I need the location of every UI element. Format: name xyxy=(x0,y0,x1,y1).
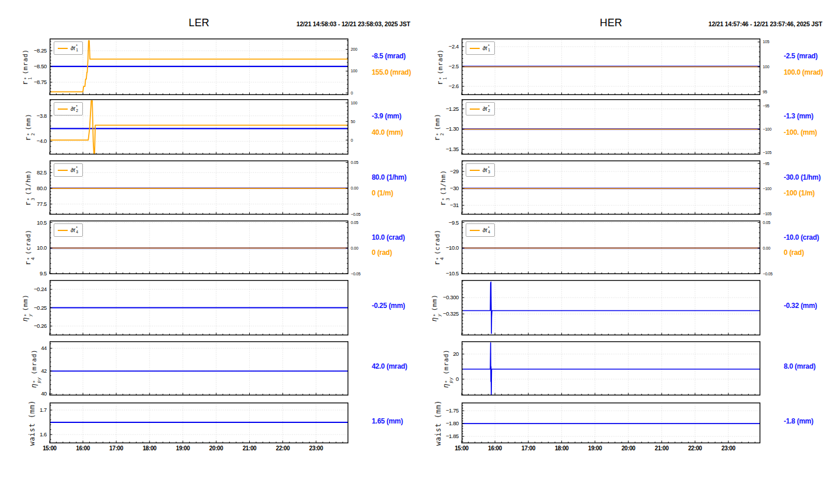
her-plot-r4-yaxis-label-script-sub: 4 xyxy=(440,257,444,260)
axis-ticks xyxy=(50,344,343,396)
ler-xaxis-tick-label: 16:00 xyxy=(70,445,96,452)
ler-xaxis-tick-label: 21:00 xyxy=(236,445,262,452)
ler-plot-r4-legend: ∂r*4 xyxy=(54,223,83,237)
ler-plot-r1-legend-label: ∂r*1 xyxy=(71,44,78,52)
ler-plot-eta-py-yaxis-label-base: η xyxy=(30,383,38,388)
ler-plot-r2-legend-label-base: ∂r xyxy=(71,106,75,112)
her-plot-r3-legend-label-script: *3 xyxy=(488,166,490,174)
her-plot-eta-py-value-readout-blue: 8.0 (mrad) xyxy=(784,362,815,370)
her-plot-r3-ytick-label: −30 xyxy=(432,185,459,192)
ler-plot-r1-legend-label-script: *1 xyxy=(76,44,78,52)
her-plot-r2-yaxis-label-script-sub: 2 xyxy=(440,132,444,135)
ler-plot-r2-value-readout-orange: 40.0 (mm) xyxy=(372,128,403,136)
ler-plot-r4-right-ytick-label: 0.00 xyxy=(351,246,358,251)
plot-border xyxy=(462,403,760,443)
ler-plot-r3-canvas xyxy=(50,160,348,215)
her-plot-r4-ytick-label: −9.5 xyxy=(432,219,459,226)
her-plot-r3-legend-label: ∂r*3 xyxy=(483,166,490,174)
axis-ticks xyxy=(50,405,343,443)
ler-plot-eta-py-ytick-label: 42 xyxy=(20,368,47,374)
ler-plot-r3-ytick-label: 77.5 xyxy=(20,201,47,208)
her-plot-r3-value-readout-orange: -100 (1/m) xyxy=(784,189,815,197)
her-plot-r2-legend-line-sample xyxy=(470,108,480,110)
ler-plot-r3-right-ytick-label: 0.00 xyxy=(351,186,358,191)
ler-plot-r4-ytick-label: 10.0 xyxy=(20,244,47,251)
ler-plot-r4-legend-label-script: *4 xyxy=(76,226,78,235)
her-plot-eta-py-canvas xyxy=(462,341,760,396)
her-plot-r4-value-readout-blue: -10.0 (crad) xyxy=(784,233,819,242)
gridlines xyxy=(462,99,760,155)
her-plot-waist-ytick-label: −1.85 xyxy=(432,433,459,440)
ler-plot-r2-value-readout-blue: -3.9 (mm) xyxy=(372,112,401,120)
ler-plot-r1-legend-label-script-sub: 1 xyxy=(76,48,78,52)
ler-plot-waist-value-readout-blue: 1.65 (mm) xyxy=(372,417,403,425)
ler-plot-r3-right-ytick-label: 0.05 xyxy=(351,160,358,165)
ler-plot-r1-right-ytick-label: 200 xyxy=(351,47,357,52)
her-plot-r2-ytick-label: −1.30 xyxy=(432,125,459,132)
ler-panel: LER 12/21 14:58:03 - 12/21 23:58:03, 202… xyxy=(0,0,412,504)
ler-plot-eta-y-ytick-label: −0.26 xyxy=(20,323,47,330)
her-plot-eta-y-ytick-label: −0.325 xyxy=(432,310,459,317)
ler-plot-r3-legend-label: ∂r*3 xyxy=(71,166,78,174)
ler-plot-r2-legend-line-sample xyxy=(58,108,68,110)
optics-monitor-figure: LER 12/21 14:58:03 - 12/21 23:58:03, 202… xyxy=(0,0,824,504)
ler-plot-r4-legend-label: ∂r*4 xyxy=(71,226,78,235)
her-xaxis-tick-label: 16:00 xyxy=(482,445,508,452)
ler-plot-r2-right-ytick-label: 0 xyxy=(351,138,353,143)
her-plot-eta-y-yaxis-label-base: η xyxy=(430,317,438,321)
ler-xaxis-tick-label: 15:00 xyxy=(37,445,62,452)
ler-plot-eta-y-ytick-label: −0.24 xyxy=(20,286,47,293)
ler-plot-r3-yaxis-label-script: *3 xyxy=(27,197,35,200)
her-plot-r4-legend-label-base: ∂r xyxy=(483,227,487,233)
ler-plot-waist-ytick-label: 1.6 xyxy=(20,431,47,438)
ler-plot-r2-right-ytick-label: 50 xyxy=(351,119,355,124)
ler-plot-r4-yaxis-label-base: r xyxy=(24,261,32,265)
her-plot-waist-ytick-label: −1.75 xyxy=(432,407,459,414)
ler-xaxis-tick-label: 23:00 xyxy=(303,445,329,452)
her-xaxis-tick-label: 21:00 xyxy=(649,445,675,452)
ler-plot-r3-legend-label-script: *3 xyxy=(76,166,78,174)
her-plot-r2-legend: ∂r*2 xyxy=(466,102,495,116)
ler-plot-r2-legend-label-script-sub: 2 xyxy=(76,109,78,113)
her-plot-r1-canvas xyxy=(462,38,760,95)
her-xaxis-tick-label: 20:00 xyxy=(616,445,641,452)
her-plot-r4-ytick-label: −10.0 xyxy=(432,244,459,251)
ler-plot-eta-py-yaxis-label-script: *py xyxy=(33,377,41,383)
gridlines xyxy=(462,220,760,274)
ler-plot-r3-legend-label-base: ∂r xyxy=(71,167,75,173)
her-timerange: 12/21 14:57:46 - 12/21 23:57:46, 2025 JS… xyxy=(708,20,822,27)
her-plot-r1-legend-label-script-sub: 1 xyxy=(488,48,490,52)
ler-plot-r3-legend-label-script-sub: 3 xyxy=(76,170,78,174)
her-plot-r1-legend-label-base: ∂r xyxy=(483,45,487,51)
ler-plot-r3-value-readout-blue: 80.0 (1/hm) xyxy=(372,173,406,181)
her-plot-waist-ytick-label: −1.80 xyxy=(432,420,459,427)
gridlines xyxy=(50,341,348,396)
plot-border xyxy=(462,281,760,335)
ler-plot-r3-legend-line-sample xyxy=(58,170,68,171)
her-plot-r3-legend-label-script-sub: 3 xyxy=(488,170,490,174)
plot-border xyxy=(50,221,348,274)
her-plot-eta-y-ytick-label: −0.300 xyxy=(432,294,459,301)
ler-plot-r2-ytick-label: −3.8 xyxy=(20,113,47,120)
ler-plot-r2-yaxis-label-script: *2 xyxy=(27,132,35,135)
her-plot-r4-right-ytick-label: 0.05 xyxy=(763,220,770,225)
her-plot-eta-py-yaxis-label-base: η xyxy=(442,383,450,388)
ler-plot-r3-right-ytick-label: −0.05 xyxy=(351,212,361,217)
ler-plot-r4-ytick-label: 10.5 xyxy=(20,219,47,226)
her-plot-r3-ytick-label: −29 xyxy=(432,168,459,175)
her-plot-r1-right-ytick-label: 95 xyxy=(763,89,767,94)
her-plot-r4-legend-label-script: *4 xyxy=(488,226,490,235)
ler-plot-eta-py-value-readout-blue: 42.0 (mrad) xyxy=(372,362,407,370)
ler-plot-waist-canvas xyxy=(50,402,348,443)
her-plot-waist-canvas xyxy=(462,402,760,443)
her-plot-r3-value-readout-blue: -30.0 (1/hm) xyxy=(784,173,820,181)
her-plot-r2-value-readout-blue: -1.3 (mm) xyxy=(784,112,813,120)
ler-plot-r3-ytick-label: 82.5 xyxy=(20,169,47,176)
ler-plot-r2-right-ytick-label: 100 xyxy=(351,100,357,106)
ler-plot-r3-legend: ∂r*3 xyxy=(54,163,83,177)
her-plot-r4-right-ytick-label: 0.00 xyxy=(763,246,770,251)
axis-ticks xyxy=(50,41,348,95)
ler-plot-r2-legend: ∂r*2 xyxy=(54,102,83,116)
ler-plot-r4-ytick-label: 9.5 xyxy=(20,270,47,277)
her-plot-r3-yaxis-label-script: *3 xyxy=(442,197,450,200)
